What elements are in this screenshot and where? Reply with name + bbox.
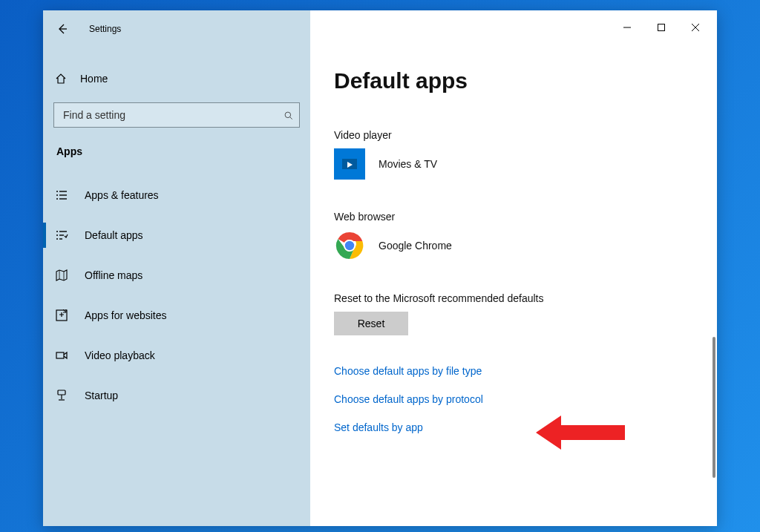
startup-icon	[55, 389, 68, 402]
nav-item-label: Offline maps	[85, 269, 142, 281]
movies-tv-icon	[334, 148, 365, 180]
sidebar: Settings Home Apps Apps & features	[43, 10, 310, 526]
web-browser-label: Web browser	[334, 211, 717, 223]
annotation-arrow-icon	[536, 411, 625, 454]
svg-line-2	[289, 116, 292, 119]
nav-apps-websites[interactable]: Apps for websites	[43, 298, 310, 332]
settings-title: Settings	[89, 24, 121, 34]
titlebar-left: Settings	[43, 16, 310, 42]
chrome-icon	[334, 230, 365, 261]
apps-features-icon	[55, 188, 68, 202]
window-controls	[610, 16, 712, 39]
web-browser-app-tile[interactable]: Google Chrome	[334, 230, 717, 261]
offline-maps-icon	[55, 269, 68, 282]
home-label: Home	[80, 73, 108, 85]
nav-offline-maps[interactable]: Offline maps	[43, 258, 310, 292]
search-icon	[284, 110, 293, 120]
nav-item-label: Video playback	[85, 349, 155, 361]
nav-item-label: Default apps	[85, 229, 143, 241]
svg-marker-31	[536, 416, 625, 450]
search-input-container[interactable]	[53, 102, 300, 128]
main-content: Default apps Video player Movies & TV We…	[310, 10, 717, 526]
nav-apps-features[interactable]: Apps & features	[43, 178, 310, 212]
nav-video-playback[interactable]: Video playback	[43, 338, 310, 372]
video-player-app-name: Movies & TV	[379, 158, 437, 170]
category-heading: Apps	[43, 128, 310, 165]
svg-rect-18	[56, 352, 64, 358]
link-by-file-type[interactable]: Choose default apps by file type	[334, 365, 717, 377]
nav-item-label: Startup	[85, 390, 118, 401]
back-arrow-icon[interactable]	[56, 23, 68, 35]
nav-item-label: Apps & features	[85, 189, 159, 201]
video-player-app-tile[interactable]: Movies & TV	[334, 148, 717, 180]
video-playback-icon	[55, 349, 68, 362]
minimize-button[interactable]	[610, 16, 644, 39]
reset-caption: Reset to the Microsoft recommended defau…	[334, 292, 717, 304]
maximize-button[interactable]	[644, 16, 678, 39]
link-by-protocol[interactable]: Choose default apps by protocol	[334, 393, 717, 405]
link-by-app[interactable]: Set defaults by app	[334, 421, 717, 433]
home-icon	[55, 73, 67, 85]
nav-startup[interactable]: Startup	[43, 378, 310, 413]
nav-default-apps[interactable]: Default apps	[43, 218, 310, 252]
default-apps-icon	[55, 229, 68, 242]
web-browser-app-name: Google Chrome	[379, 240, 452, 252]
svg-rect-23	[658, 24, 665, 31]
scrollbar-thumb[interactable]	[712, 337, 715, 478]
video-player-label: Video player	[334, 129, 717, 141]
close-button[interactable]	[678, 16, 712, 39]
nav-item-label: Apps for websites	[85, 309, 167, 321]
apps-websites-icon	[55, 309, 68, 322]
home-nav[interactable]: Home	[43, 56, 310, 92]
search-input[interactable]	[63, 109, 284, 121]
svg-point-1	[285, 112, 291, 118]
svg-rect-19	[58, 390, 65, 395]
nav-list: Apps & features Default apps Offline map…	[43, 178, 310, 418]
links-section: Choose default apps by file type Choose …	[334, 365, 717, 433]
reset-button[interactable]: Reset	[334, 312, 408, 335]
svg-point-30	[345, 241, 354, 250]
